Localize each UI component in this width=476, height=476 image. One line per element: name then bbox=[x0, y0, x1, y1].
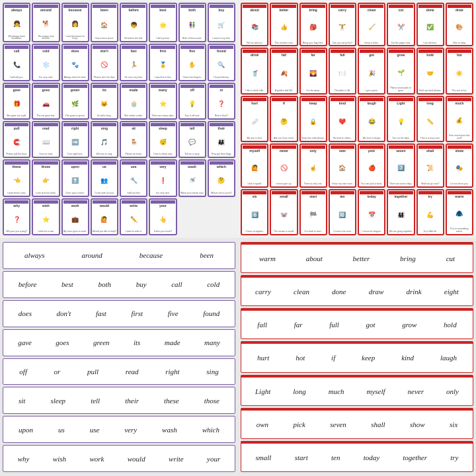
flash-card-purple-found[interactable]: found 🔍 I found the key. bbox=[208, 44, 235, 81]
flash-card-purple-us[interactable]: us 👥 Come with us now. bbox=[91, 159, 118, 196]
flash-card-purple-their[interactable]: their 👨‍👩‍👧 They got their bags. bbox=[208, 121, 235, 158]
flash-card-purple-goes[interactable]: goes 🚗 The car goes fast. bbox=[32, 83, 60, 120]
flash-card-purple-does[interactable]: does 🐾 Always does his best. bbox=[61, 44, 89, 81]
flash-card-purple-very[interactable]: very ❗ It is very nice. bbox=[149, 159, 177, 196]
card-sentence: The grass is green. bbox=[65, 115, 85, 118]
flash-card-purple-fast[interactable]: fast 🏃 He runs very fast. bbox=[120, 44, 147, 81]
card-image: 🙋 bbox=[243, 153, 266, 183]
flash-card-purple-best[interactable]: best 🌟 I did my best. bbox=[149, 3, 177, 42]
flash-card-red-if[interactable]: if 🤔 Ask me if you need. bbox=[270, 96, 298, 142]
flash-card-purple-or[interactable]: or ❓ Red or blue? bbox=[208, 83, 235, 120]
flash-card-purple-because[interactable]: because 👩 I can't because I'm busy. bbox=[61, 3, 89, 42]
flash-card-purple-wish[interactable]: wish ⭐ I wish for a star. bbox=[32, 198, 60, 235]
flash-card-red-shall[interactable]: shall 📜 Shall we go now? bbox=[416, 143, 444, 188]
word-label: which bbox=[202, 426, 219, 434]
flash-card-purple-five[interactable]: five ✋ I have five fingers. bbox=[178, 44, 206, 81]
flash-card-purple-gave[interactable]: gave 🎁 She gave me a gift. bbox=[3, 83, 30, 120]
flash-card-purple-would[interactable]: would 🙋 Would you like to help? bbox=[91, 198, 118, 235]
flash-card-purple-green[interactable]: green 🌿 The grass is green. bbox=[61, 83, 89, 120]
flash-card-red-own[interactable]: own 🏠 I have my own room. bbox=[329, 143, 356, 188]
flash-card-red-together[interactable]: together 👨‍👩‍👧‍👦 We are going together. bbox=[387, 189, 415, 235]
flash-card-red-clean[interactable]: clean 🧹 Keep it clean. bbox=[358, 3, 385, 46]
card-sentence: This is a long road. bbox=[420, 138, 440, 140]
flash-card-red-hurt[interactable]: hurt 🩹 My arm is hurt. bbox=[241, 96, 268, 142]
word-label: laugh bbox=[440, 354, 457, 362]
flash-card-red-today[interactable]: today 📅 I chose ten fingers. bbox=[358, 189, 385, 235]
flash-card-red-Light[interactable]: Light 💡 Turn on the light. bbox=[387, 96, 415, 142]
flash-card-purple-these[interactable]: these 👈 I want these ones. bbox=[3, 159, 30, 196]
flash-card-red-better[interactable]: better 👍 This is better now. bbox=[270, 3, 298, 46]
flash-card-purple-upon[interactable]: upon ⬆️ Once upon a time. bbox=[61, 159, 89, 196]
flash-card-red-warm[interactable]: warm 🧥 Put on something warm. bbox=[446, 189, 473, 235]
flash-card-red-drink[interactable]: drink 🥤 I like to drink milk. bbox=[241, 48, 268, 94]
word-label: gave bbox=[18, 338, 32, 346]
flash-card-purple-pull[interactable]: pull 🧲 Please pull the door. bbox=[3, 121, 30, 158]
card-image: 🏠 bbox=[93, 13, 116, 38]
flash-card-red-pick[interactable]: pick 🍎 You can pick a book. bbox=[358, 143, 385, 188]
flash-card-purple-made[interactable]: made 🧁 She made a cake. bbox=[120, 83, 147, 120]
card-image: 🚿 bbox=[180, 169, 204, 192]
flash-card-red-carry[interactable]: carry 🏋️ Can you carry this? bbox=[329, 3, 356, 46]
flash-card-red-about[interactable]: about 📚 Tell me about it. bbox=[241, 3, 268, 46]
flash-card-red-ten[interactable]: ten 🔟 Count to ten now. bbox=[329, 189, 356, 235]
flash-card-purple-buy[interactable]: buy 🛒 I want to buy this. bbox=[208, 3, 235, 42]
flash-card-purple-write[interactable]: write ✏️ I want to write it. bbox=[120, 198, 147, 235]
flash-card-red-draw[interactable]: draw 🎨 I like to draw. bbox=[446, 3, 473, 46]
flash-card-red-laugh[interactable]: laugh 😂 We love to laugh. bbox=[358, 96, 385, 142]
flash-card-red-hold[interactable]: hold 🤝 Hold my hand please. bbox=[416, 48, 444, 94]
flash-card-purple-before[interactable]: before 👦 Sit before the bell. bbox=[120, 3, 147, 42]
flash-card-purple-sing[interactable]: sing 🎵 We love to sing. bbox=[91, 121, 118, 158]
flash-card-purple-sit[interactable]: sit 🪑 Please sit down. bbox=[120, 121, 147, 158]
word-label: many bbox=[204, 338, 220, 346]
flash-card-red-show[interactable]: show 🎭 Let me show you. bbox=[446, 143, 473, 188]
card-image: ✋ bbox=[180, 54, 204, 77]
flash-card-red-long[interactable]: long 📏 This is a long road. bbox=[416, 96, 444, 142]
flash-card-red-much[interactable]: much 💰 How much does this cost? bbox=[446, 96, 473, 142]
flash-card-purple-don't[interactable]: don't 🚫 Please don't do that. bbox=[91, 44, 118, 81]
flash-card-purple-sleep[interactable]: sleep 😴 Time to sleep now. bbox=[149, 121, 177, 158]
flash-card-purple-tell[interactable]: tell 💬 Tell me a story. bbox=[178, 121, 206, 158]
flash-card-red-done[interactable]: done ✅ I am all done. bbox=[416, 3, 444, 46]
flash-card-purple-around[interactable]: around 🐕 The puppy runs around. bbox=[32, 3, 60, 42]
flash-card-purple-those[interactable]: those 👉 Look at those birds. bbox=[32, 159, 60, 196]
flash-card-purple-many[interactable]: many ⭐ There are many stars. bbox=[149, 83, 177, 120]
flash-card-red-cut[interactable]: cut ✂️ Cut the paper now. bbox=[387, 3, 415, 46]
flash-card-purple-first[interactable]: first 🥇 I was first in line. bbox=[149, 44, 177, 81]
flash-card-purple-call[interactable]: call 📞 I will call you. bbox=[3, 44, 30, 81]
flash-card-red-got[interactable]: got 🎉 I got a prize. bbox=[358, 48, 385, 94]
flash-card-red-myself[interactable]: myself 🙋 I did it myself. bbox=[241, 143, 268, 188]
flash-card-red-six[interactable]: six 6️⃣ I have six apples. bbox=[241, 189, 268, 235]
word-label: why bbox=[18, 455, 30, 463]
flash-card-red-kind[interactable]: kind ❤️ Be kind to others. bbox=[329, 96, 356, 142]
flash-card-purple-right[interactable]: right ➡️ Turn right here. bbox=[61, 121, 89, 158]
flash-card-purple-always[interactable]: always 👧 We always have breakfast. bbox=[3, 3, 30, 42]
flash-card-purple-read[interactable]: read 📖 I love to read. bbox=[32, 121, 60, 158]
flash-card-purple-been[interactable]: been 🏠 I have been home. bbox=[91, 3, 118, 42]
flash-card-red-try[interactable]: try 💪 Try a little bit. bbox=[416, 189, 444, 235]
flash-card-purple-off[interactable]: off 💡 Turn it off now. bbox=[178, 83, 206, 120]
flash-card-red-small[interactable]: small 🐭 The mouse is small. bbox=[270, 189, 298, 235]
flash-card-purple-your[interactable]: your 👆 Is this your book? bbox=[149, 198, 177, 235]
flash-card-red-hot[interactable]: hot ☀️ The sun is hot. bbox=[446, 48, 473, 94]
flash-card-red-far[interactable]: far 🌄 It is far away. bbox=[299, 48, 327, 94]
flash-card-red-never[interactable]: never 🚫 I never give up. bbox=[270, 143, 298, 188]
flash-card-red-bring[interactable]: bring 🎒 Bring your bag here. bbox=[299, 3, 327, 46]
flash-card-purple-why[interactable]: why ❓ Why are you crying? bbox=[3, 198, 30, 235]
flash-card-red-seven[interactable]: seven 7️⃣ There are seven days. bbox=[387, 143, 415, 188]
flash-card-purple-cold[interactable]: cold ❄️ It is very cold. bbox=[32, 44, 60, 81]
flash-card-purple-work[interactable]: work 💼 My mom goes to work. bbox=[61, 198, 89, 235]
flash-card-red-only[interactable]: only ☝️ There is only one. bbox=[299, 143, 327, 188]
flash-card-purple-which[interactable]: which 🤔 Which one is yours? bbox=[208, 159, 235, 196]
flash-card-red-fall[interactable]: fall 🍂 A golden leaf fell. bbox=[270, 48, 298, 94]
flash-card-red-grow[interactable]: grow 🌱 Plants need water to grow. bbox=[387, 48, 415, 94]
flash-card-red-full[interactable]: full 🍽️ The plate is full. bbox=[329, 48, 356, 94]
card-sentence: Its tail is long. bbox=[97, 115, 111, 118]
card-sentence: Please sit down. bbox=[125, 153, 142, 156]
flash-card-purple-use[interactable]: use 🔧 I will use this. bbox=[120, 159, 147, 196]
flash-card-purple-its[interactable]: its 🐱 Its tail is long. bbox=[91, 83, 118, 120]
flash-card-red-keep[interactable]: keep 🔒 Keep this safe please. bbox=[299, 96, 327, 142]
flash-card-red-start[interactable]: start 🏁 It is hard to start. bbox=[299, 189, 327, 235]
flash-card-purple-wash[interactable]: wash 🚿 Wash your hands now. bbox=[178, 159, 206, 196]
flash-card-purple-both[interactable]: both 👫 Both of them went. bbox=[178, 3, 206, 42]
word-label: Light bbox=[255, 387, 270, 395]
